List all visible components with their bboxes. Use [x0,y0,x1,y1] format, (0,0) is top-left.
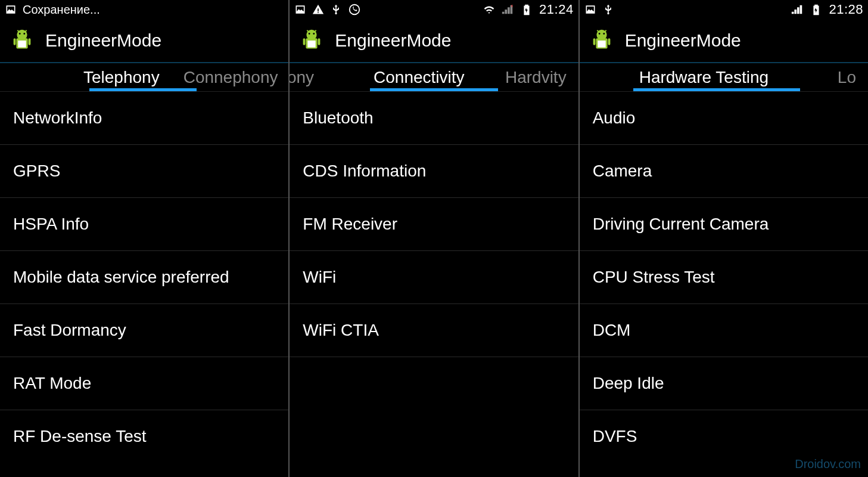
app-title: EngineerMode [625,30,741,51]
list-item[interactable]: NetworkInfo [0,92,288,145]
tab-telephony[interactable]: Telephony [71,63,172,91]
action-bar: EngineerMode [0,19,288,63]
action-bar: EngineerMode [580,19,868,63]
svg-point-5 [23,33,25,35]
status-bar: 21:28 [580,0,868,19]
phone-screenshot-3: 21:28 EngineerMode Hardware Testing Lo A… [580,0,868,477]
list-item[interactable]: RF De-sense Test [0,410,288,463]
image-icon [5,4,17,16]
android-icon [588,27,615,54]
svg-point-4 [19,33,21,35]
svg-rect-8 [18,41,26,48]
svg-point-15 [309,33,310,35]
list-item[interactable]: Audio [580,92,868,145]
signal-icon: x [501,3,514,16]
tab-strip: Hardware Testing Lo [580,63,868,92]
list-item[interactable]: FM Receiver [290,198,578,251]
action-bar: EngineerMode [290,19,578,63]
tab-hardware-testing[interactable]: Hardware Testing [627,63,780,91]
status-bar: Сохранение... [0,0,288,19]
list-item[interactable]: GPRS [0,145,288,198]
svg-point-16 [313,33,315,35]
android-icon [298,27,325,54]
list: Audio Camera Driving Current Camera CPU … [580,92,868,477]
list-item[interactable]: Fast Dormancy [0,304,288,357]
list-item[interactable]: RAT Mode [0,357,288,410]
tab-strip: hony Connectivity Hardvity [290,63,578,92]
svg-text:x: x [511,3,514,8]
list-item[interactable]: Mobile data service preferred [0,251,288,304]
svg-rect-13 [303,38,306,45]
image-icon [584,4,596,16]
svg-rect-23 [608,38,610,45]
list-item[interactable]: WiFi [290,251,578,304]
list-item[interactable]: Camera [580,145,868,198]
tab-connectivity[interactable]: Connectivity [362,63,477,91]
warning-icon [312,4,324,16]
tab-prev-partial[interactable]: hony [290,63,326,91]
status-time: 21:28 [829,2,863,17]
battery-charging-icon [810,3,823,16]
list-item[interactable]: HSPA Info [0,198,288,251]
status-text: Сохранение... [23,3,100,17]
tab-next-partial[interactable]: Hardvity [493,63,578,91]
android-icon [8,27,36,54]
svg-rect-19 [308,41,316,48]
svg-point-25 [603,33,605,35]
list-item[interactable]: CDS Information [290,145,578,198]
svg-rect-22 [593,38,595,45]
svg-rect-14 [318,38,321,45]
list-item[interactable]: DVFS [580,410,868,463]
status-bar: x 21:24 [290,0,578,19]
viber-icon [348,3,361,16]
svg-rect-2 [14,38,16,45]
tab-next-partial[interactable]: Connephony [172,63,289,91]
usb-icon [330,4,342,16]
list-item[interactable]: Deep Idle [580,357,868,410]
svg-rect-3 [29,38,31,45]
signal-icon [791,3,804,16]
battery-charging-icon [520,3,533,16]
phone-screenshot-1: Сохранение... EngineerMode Telephony Con… [0,0,288,477]
app-title: EngineerMode [335,30,451,51]
svg-rect-28 [598,41,605,48]
svg-point-24 [598,33,600,35]
list-item[interactable]: DCM [580,304,868,357]
tab-strip: Telephony Connephony [0,63,288,92]
app-title: EngineerMode [45,30,161,51]
image-icon [294,4,306,16]
phone-screenshot-2: x 21:24 EngineerMode hony Connectivity H… [290,0,578,477]
wifi-icon [483,4,495,16]
list: NetworkInfo GPRS HSPA Info Mobile data s… [0,92,288,477]
list-item[interactable]: Bluetooth [290,92,578,145]
list-item[interactable]: WiFi CTIA [290,304,578,357]
list: Bluetooth CDS Information FM Receiver Wi… [290,92,578,477]
status-time: 21:24 [539,2,574,17]
usb-icon [602,4,614,16]
tab-next-partial[interactable]: Lo [826,63,868,91]
list-item[interactable]: CPU Stress Test [580,251,868,304]
list-item[interactable]: Driving Current Camera [580,198,868,251]
